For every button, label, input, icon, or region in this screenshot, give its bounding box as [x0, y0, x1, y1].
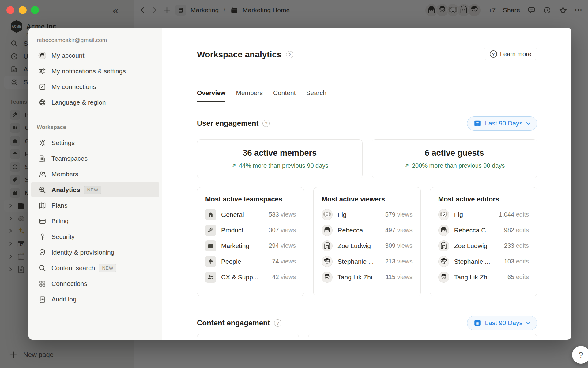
- list-item[interactable]: Marketing 294 views: [205, 238, 296, 254]
- settings-item-identity-provisioning[interactable]: Identity & provisioning: [31, 244, 159, 260]
- tab-overview[interactable]: Overview: [197, 85, 225, 102]
- settings-item-analytics[interactable]: Analytics NEW: [31, 182, 159, 197]
- zoom-window-button[interactable]: [31, 6, 39, 14]
- trend-up-icon: ↗: [404, 162, 409, 169]
- list-item[interactable]: Tang Lik Zhi 115 views: [322, 269, 412, 285]
- help-circle-icon: ?: [490, 50, 497, 58]
- avatar-glasses: [438, 272, 449, 283]
- settings-item-my-account[interactable]: My account: [31, 48, 159, 63]
- new-badge: NEW: [84, 186, 101, 194]
- calendar-icon: [473, 119, 481, 127]
- list-item[interactable]: Rebecca C... 982 edits: [438, 222, 529, 238]
- scroll-icon: [38, 295, 46, 303]
- settings-content: Workspace analytics ? ? Learn more Overv…: [162, 28, 571, 340]
- user-avatar-icon: [38, 52, 46, 59]
- learn-more-button[interactable]: ? Learn more: [484, 48, 537, 60]
- help-circle-icon[interactable]: ?: [262, 120, 270, 127]
- page-title-row: Workspace analytics ?: [197, 50, 293, 59]
- trend-up-icon: ↗: [231, 162, 236, 169]
- chevron-down-icon: [526, 320, 531, 325]
- most-active-viewers-card: Most active viewers Fig 579 views Rebecc…: [313, 187, 420, 296]
- learn-more-label: Learn more: [500, 51, 531, 58]
- settings-item-audit-log[interactable]: Audit log: [31, 291, 159, 307]
- list-item[interactable]: Zoe Ludwig 309 views: [322, 238, 412, 254]
- search-icon: [38, 264, 46, 272]
- tab-content[interactable]: Content: [273, 85, 296, 102]
- list-item[interactable]: Tang Lik Zhi 65 edits: [438, 269, 529, 285]
- shield-check-icon: [38, 248, 46, 256]
- card-title: Most active viewers: [322, 195, 412, 203]
- content-engagement-header: Content engagement ? Last 90 Days: [197, 315, 537, 331]
- house-icon: [205, 209, 216, 220]
- list-item[interactable]: Rebecca ... 497 views: [322, 222, 412, 238]
- list-item[interactable]: Product 307 views: [205, 222, 296, 238]
- settings-item-settings[interactable]: Settings: [31, 135, 159, 151]
- list-item[interactable]: Zoe Ludwig 233 edits: [438, 238, 529, 254]
- members-icon: [38, 170, 46, 178]
- date-range-dropdown[interactable]: Last 90 Days: [467, 116, 537, 131]
- card-title: Most active teamspaces: [205, 195, 296, 203]
- list-item[interactable]: Fig 1,044 edits: [438, 207, 529, 222]
- minimize-window-button[interactable]: [19, 6, 27, 14]
- settings-sidebar: rebeccamcakir@gmail.com My account My no…: [28, 28, 162, 340]
- new-badge: NEW: [99, 264, 116, 272]
- list-item[interactable]: Fig 579 views: [322, 207, 412, 222]
- help-circle-icon[interactable]: ?: [274, 319, 281, 327]
- active-members-delta: ↗ 44% more than previous 90 days: [231, 162, 328, 169]
- settings-item-content-search[interactable]: Content search NEW: [31, 260, 159, 276]
- content-card-partial: [308, 334, 537, 340]
- list-item[interactable]: Stephanie ... 103 edits: [438, 254, 529, 269]
- settings-item-my-connections[interactable]: My connections: [31, 79, 159, 94]
- tab-search[interactable]: Search: [306, 85, 327, 102]
- date-range-dropdown[interactable]: Last 90 Days: [467, 316, 537, 330]
- calendar-icon: [473, 319, 481, 327]
- help-button[interactable]: ?: [572, 346, 588, 364]
- active-guests-value: 6 active guests: [425, 148, 484, 158]
- credit-card-icon: [38, 217, 46, 225]
- arrow-up-right-square-icon: [38, 83, 46, 91]
- most-active-editors-card: Most active editors Fig 1,044 edits Rebe…: [430, 187, 537, 296]
- list-item[interactable]: Stephanie ... 213 views: [322, 254, 412, 269]
- workspace-section-header: Workspace: [37, 124, 66, 131]
- settings-item-connections[interactable]: Connections: [31, 276, 159, 291]
- flower-icon: [205, 256, 216, 267]
- settings-item-plans[interactable]: Plans: [31, 197, 159, 213]
- settings-item-language-region[interactable]: Language & region: [31, 94, 159, 110]
- settings-item-security[interactable]: Security: [31, 229, 159, 244]
- avatar-woman: [322, 225, 333, 236]
- building-icon: [38, 155, 46, 163]
- analytics-tabs: Overview Members Content Search: [197, 85, 537, 102]
- chevron-down-icon: [526, 121, 531, 126]
- globe-icon: [38, 98, 46, 106]
- settings-item-teamspaces[interactable]: Teamspaces: [31, 151, 159, 166]
- sliders-icon: [38, 67, 46, 75]
- avatar-woman-long-hair: [322, 240, 333, 251]
- engagement-lists: Most active teamspaces General 583 views…: [197, 187, 537, 296]
- avatar-glasses: [322, 272, 333, 283]
- header-divider: [197, 70, 537, 70]
- account-email: rebeccamcakir@gmail.com: [37, 37, 107, 44]
- settings-item-billing[interactable]: Billing: [31, 213, 159, 229]
- engagement-stats: 36 active members ↗ 44% more than previo…: [197, 139, 537, 178]
- date-range-label: Last 90 Days: [485, 319, 522, 327]
- workspace-settings-list: Settings Teamspaces Members Analytics NE…: [31, 135, 159, 307]
- help-circle-icon[interactable]: ?: [286, 51, 293, 58]
- avatar-woman-long-hair: [438, 240, 449, 251]
- settings-item-notifications[interactable]: My notifications & settings: [31, 63, 159, 79]
- settings-item-members[interactable]: Members: [31, 166, 159, 182]
- list-item[interactable]: People 74 views: [205, 254, 296, 269]
- grid-icon: [38, 280, 46, 288]
- wrench-icon: [205, 225, 216, 236]
- close-window-button[interactable]: [6, 6, 14, 14]
- page-title: Workspace analytics: [197, 50, 282, 59]
- gear-icon: [38, 139, 46, 147]
- avatar-dog: [322, 209, 333, 220]
- list-item[interactable]: CX & Supp... 42 views: [205, 269, 296, 285]
- list-item[interactable]: General 583 views: [205, 207, 296, 222]
- active-guests-delta: ↗ 200% more than previous 90 days: [404, 162, 505, 169]
- map-icon: [38, 201, 46, 209]
- screen: ACME Acme Inc re S U A S Teams P C: [0, 0, 588, 368]
- active-members-value: 36 active members: [243, 148, 317, 158]
- tab-members[interactable]: Members: [236, 85, 263, 102]
- analytics-search-icon: [38, 186, 46, 194]
